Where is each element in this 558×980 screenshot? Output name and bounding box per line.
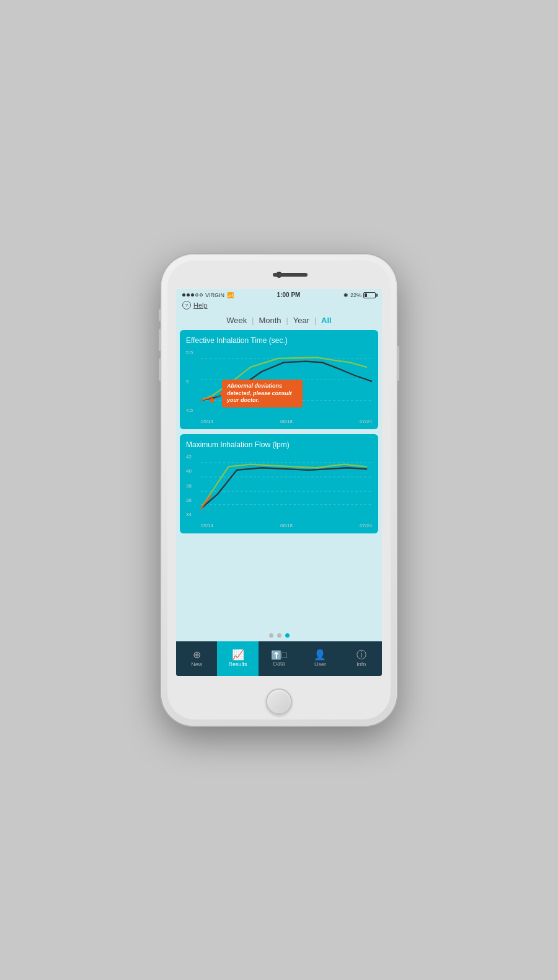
- tab-results-label: Results: [229, 661, 247, 667]
- scroll-content: Effective Inhalation Time (sec.) 5.5 5 4…: [176, 330, 382, 630]
- tab-user[interactable]: 👤 User: [299, 641, 340, 676]
- clock: 1:00 PM: [277, 292, 301, 298]
- info-icon: ⓘ: [356, 650, 366, 660]
- wifi-icon: 📶: [227, 292, 234, 298]
- phone-inner: VIRGIN 📶 1:00 PM ✱ 22% ? Help W: [167, 261, 391, 719]
- tab-info-label: Info: [356, 661, 366, 667]
- battery-icon: [363, 292, 376, 298]
- phone-device: VIRGIN 📶 1:00 PM ✱ 22% ? Help W: [161, 254, 397, 726]
- signal-icon: [182, 293, 203, 296]
- tab-bar: ⊕ New 📈 Results ⬆️□ Data 👤 User ⓘ In: [176, 641, 382, 676]
- battery-pct: 22%: [350, 292, 361, 298]
- tab-results[interactable]: 📈 Results: [217, 641, 258, 676]
- bluetooth-icon: ✱: [343, 292, 348, 298]
- user-icon: 👤: [314, 650, 326, 660]
- tab-data-label: Data: [273, 661, 285, 667]
- home-button[interactable]: [266, 688, 292, 715]
- help-link[interactable]: Help: [193, 301, 208, 309]
- page-dots: [176, 630, 382, 641]
- chart2-svg: [201, 454, 372, 517]
- chart-inhalation-flow: Maximum Inhalation Flow (lpm) 42 40 38 3…: [180, 434, 378, 533]
- page-dot-1: [269, 633, 273, 638]
- volume-down-button[interactable]: [159, 359, 161, 381]
- tab-month[interactable]: Month: [254, 316, 286, 325]
- carrier-label: VIRGIN: [205, 292, 224, 298]
- chart2-y-labels: 42 40 38 36 34: [186, 454, 192, 517]
- period-tabs: Week | Month | Year | All: [176, 312, 382, 330]
- tab-week[interactable]: Week: [221, 316, 252, 325]
- help-circle-icon: ?: [182, 301, 191, 310]
- chart1-y-labels: 5.5 5 4.5: [186, 350, 193, 413]
- tab-new-label: New: [191, 661, 202, 667]
- page-dot-3: [285, 633, 290, 638]
- mute-button[interactable]: [159, 309, 161, 321]
- new-icon: ⊕: [193, 650, 201, 660]
- screen: VIRGIN 📶 1:00 PM ✱ 22% ? Help W: [176, 289, 382, 676]
- tab-year[interactable]: Year: [288, 316, 314, 325]
- home-button-area[interactable]: [266, 688, 292, 715]
- chart1-title: Effective Inhalation Time (sec.): [186, 336, 372, 345]
- tab-new[interactable]: ⊕ New: [176, 641, 217, 676]
- results-icon: 📈: [232, 650, 244, 660]
- chart2-x-labels: 05/14 06/18 07/24: [201, 523, 372, 528]
- tab-all[interactable]: All: [316, 316, 337, 325]
- status-left: VIRGIN 📶: [182, 292, 234, 298]
- chart2-title: Maximum Inhalation Flow (lpm): [186, 440, 372, 449]
- status-right: ✱ 22%: [343, 292, 376, 298]
- tab-data[interactable]: ⬆️□ Data: [259, 641, 299, 676]
- status-bar: VIRGIN 📶 1:00 PM ✱ 22%: [176, 289, 382, 300]
- chart1-tooltip: Abnormal deviations detected, please con…: [222, 380, 303, 408]
- power-button[interactable]: [397, 346, 399, 381]
- tab-info[interactable]: ⓘ Info: [341, 641, 382, 676]
- volume-up-button[interactable]: [159, 329, 161, 351]
- speaker-icon: [273, 273, 308, 277]
- chart1-area: 5.5 5 4.5: [186, 350, 372, 424]
- chart2-area: 42 40 38 36 34: [186, 454, 372, 528]
- help-bar: ? Help: [176, 300, 382, 312]
- data-icon: ⬆️□: [271, 651, 286, 659]
- chart-inhalation-time: Effective Inhalation Time (sec.) 5.5 5 4…: [180, 330, 378, 429]
- chart1-x-labels: 05/14 06/18 07/24: [201, 419, 372, 424]
- page-dot-2: [277, 633, 281, 638]
- tab-user-label: User: [314, 661, 326, 667]
